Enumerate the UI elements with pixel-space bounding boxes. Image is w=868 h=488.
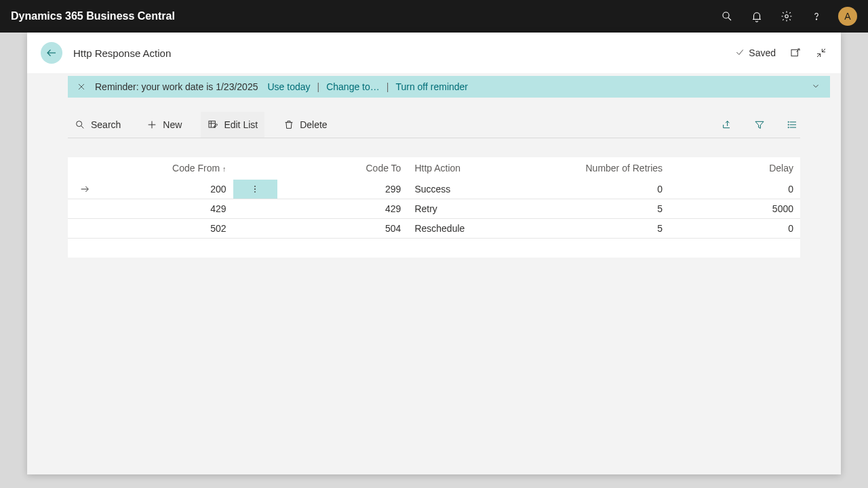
svg-line-6 <box>822 49 825 52</box>
reminder-text: Reminder: your work date is 1/23/2025 <box>95 81 258 92</box>
cell-delay[interactable]: 0 <box>669 219 800 239</box>
svg-point-2 <box>785 15 789 18</box>
svg-point-28 <box>254 191 256 192</box>
trash-icon <box>283 119 294 130</box>
share-icon[interactable] <box>722 119 732 130</box>
bell-icon[interactable] <box>749 8 765 24</box>
column-delay[interactable]: Delay <box>669 157 800 180</box>
data-grid[interactable]: Code From↑ Code To Http Action Number of… <box>68 157 800 258</box>
svg-point-27 <box>254 188 256 190</box>
svg-point-26 <box>254 186 256 187</box>
cell-delay[interactable]: 5000 <box>669 199 800 219</box>
toolbar: Search New Edit List Delete <box>68 111 800 138</box>
saved-status: Saved <box>735 47 776 59</box>
page-title: Http Response Action <box>73 47 724 59</box>
arrow-right-icon <box>75 184 96 195</box>
link-change-to[interactable]: Change to… <box>326 81 380 92</box>
table-row[interactable]: 200 299 Success 0 0 <box>68 180 800 199</box>
edit-list-label: Edit List <box>224 119 258 130</box>
edit-list-button[interactable]: Edit List <box>201 112 264 138</box>
svg-point-22 <box>788 121 789 122</box>
gear-icon[interactable] <box>778 8 795 24</box>
cell-code-to[interactable]: 299 <box>277 180 408 199</box>
delete-button[interactable]: Delete <box>277 112 334 138</box>
app-brand: Dynamics 365 Business Central <box>11 10 175 22</box>
reminder-links: Use today | Change to… | Turn off remind… <box>267 81 468 92</box>
appbar-right: A <box>719 7 857 26</box>
svg-line-1 <box>728 18 731 20</box>
cell-code-to[interactable]: 504 <box>277 219 408 239</box>
table-row[interactable]: 429 429 Retry 5 5000 <box>68 199 800 219</box>
app-bar: Dynamics 365 Business Central A <box>0 0 868 33</box>
help-icon[interactable] <box>808 8 825 24</box>
delete-label: Delete <box>300 119 327 130</box>
saved-label: Saved <box>749 47 776 58</box>
svg-marker-18 <box>755 121 764 128</box>
column-http-action[interactable]: Http Action <box>408 157 538 180</box>
column-code-from[interactable]: Code From↑ <box>102 157 233 180</box>
page-header: Http Response Action Saved <box>27 33 841 73</box>
column-code-to[interactable]: Code To <box>277 157 408 180</box>
cell-code-from[interactable]: 502 <box>102 219 233 239</box>
page-shell: Http Response Action Saved Reminder: you… <box>27 33 841 474</box>
filter-icon[interactable] <box>754 119 765 130</box>
collapse-icon[interactable] <box>815 47 827 59</box>
back-button[interactable] <box>41 42 62 64</box>
cell-delay[interactable]: 0 <box>669 180 800 199</box>
header-actions: Saved <box>735 47 827 59</box>
cell-http-action[interactable]: Success <box>408 180 538 199</box>
chevron-down-icon[interactable] <box>811 81 821 93</box>
list-icon[interactable] <box>787 119 797 130</box>
avatar[interactable]: A <box>838 7 857 26</box>
svg-rect-5 <box>791 49 797 56</box>
column-retries[interactable]: Number of Retries <box>538 157 669 180</box>
svg-line-11 <box>81 125 84 128</box>
separator: | <box>317 81 320 92</box>
plus-icon <box>146 119 157 130</box>
edit-list-icon <box>208 119 218 130</box>
header-row: Code From↑ Code To Http Action Number of… <box>68 157 800 180</box>
row-menu-button[interactable] <box>233 180 277 199</box>
table-row[interactable]: 502 504 Reschedule 5 0 <box>68 219 800 239</box>
svg-line-7 <box>817 54 821 57</box>
svg-point-23 <box>788 124 789 125</box>
empty-row[interactable] <box>68 239 800 258</box>
search-icon <box>75 119 85 130</box>
sort-asc-icon: ↑ <box>222 165 226 173</box>
reminder-bar: Reminder: your work date is 1/23/2025 Us… <box>68 76 830 98</box>
cell-retries[interactable]: 5 <box>538 219 669 239</box>
search-icon[interactable] <box>719 8 735 24</box>
cell-retries[interactable]: 0 <box>538 180 669 199</box>
cell-code-from[interactable]: 429 <box>102 199 233 219</box>
cell-http-action[interactable]: Reschedule <box>408 219 538 239</box>
cell-retries[interactable]: 5 <box>538 199 669 219</box>
separator: | <box>387 81 389 92</box>
svg-point-10 <box>77 121 82 126</box>
open-new-window-icon[interactable] <box>789 47 802 59</box>
link-use-today[interactable]: Use today <box>267 81 310 92</box>
cell-code-to[interactable]: 429 <box>277 199 408 219</box>
close-icon[interactable] <box>77 83 85 91</box>
search-label: Search <box>91 119 121 130</box>
check-icon <box>735 47 745 59</box>
svg-point-3 <box>816 19 816 20</box>
cell-code-from[interactable]: 200 <box>102 180 233 199</box>
cell-http-action[interactable]: Retry <box>408 199 538 219</box>
new-label: New <box>163 119 182 130</box>
new-button[interactable]: New <box>140 112 189 138</box>
svg-point-0 <box>723 12 729 18</box>
search-button[interactable]: Search <box>68 112 127 138</box>
link-turn-off[interactable]: Turn off reminder <box>395 81 468 92</box>
svg-point-24 <box>788 127 789 127</box>
